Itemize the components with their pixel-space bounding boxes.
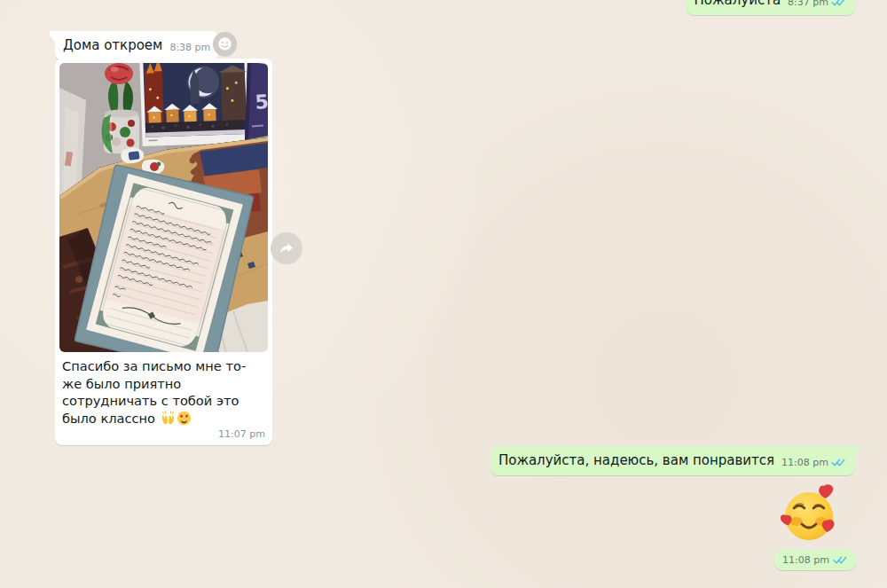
add-reaction-button[interactable] [213,32,237,56]
read-checks-icon [831,458,846,467]
chat-background: Пожалуйста 8:37 pm Дома откроем 8:38 pm [0,0,887,588]
photo-letter-on-table[interactable]: 5 [59,63,268,352]
poster-christmas-market [139,63,250,146]
message-text: Дома откроем [63,36,162,54]
smiling-face-with-hearts-emoji[interactable] [781,484,841,545]
message-outgoing-top[interactable]: Пожалуйста 8:37 pm [687,0,854,15]
message-time-pill[interactable]: 11:08 pm [773,550,857,570]
puzzle-box: 5 [245,63,268,140]
message-time: 11:08 pm [782,554,829,566]
smiley-icon [216,35,233,52]
message-time: 8:38 pm [169,42,210,53]
message-time: 11:08 pm [781,457,828,468]
caption-text: Спасибо за письмо мне то-же было приятно… [62,358,246,426]
read-checks-icon [833,555,848,565]
heart-eyes-icon [177,411,192,426]
photo-caption: Спасибо за письмо мне то-же было приятно… [59,352,268,428]
read-checks-icon [831,0,846,7]
message-time: 8:37 pm [788,0,828,8]
bubble-tail [854,446,861,458]
message-outgoing-text[interactable]: Пожалуйста, надеюсь, вам понравится 11:0… [491,446,854,475]
message-incoming-text[interactable]: Дома откроем 8:38 pm [55,31,218,60]
forward-button[interactable] [271,232,302,264]
svg-text:5: 5 [255,90,268,114]
message-text: Пожалуйста, надеюсь, вам понравится [498,451,774,469]
bubble-tail [48,31,55,43]
raising-hands-icon [161,411,176,426]
message-text: Пожалуйста [695,0,781,9]
forward-arrow-icon [278,239,295,257]
message-time: 11:07 pm [218,428,265,440]
message-incoming-photo[interactable]: 5 [55,59,272,445]
